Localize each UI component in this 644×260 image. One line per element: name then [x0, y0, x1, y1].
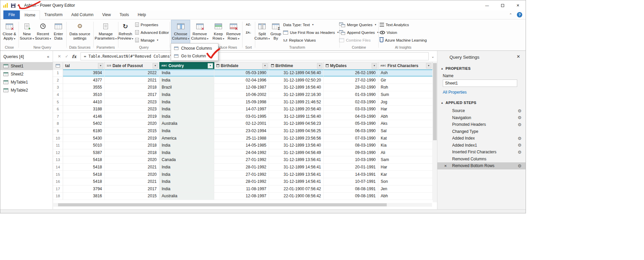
- table-cell[interactable]: Ash: [378, 69, 433, 77]
- table-cell[interactable]: 08-03-1990: [324, 142, 378, 149]
- column-header-mydates[interactable]: MyDates▾: [324, 62, 378, 69]
- query-item-sheet2[interactable]: Sheet2: [0, 70, 53, 78]
- table-cell[interactable]: 03-03-1990: [324, 106, 378, 113]
- new-source-button[interactable]: + New Source▾: [19, 20, 34, 45]
- table-cell[interactable]: 06-03-1990: [324, 127, 378, 135]
- table-cell[interactable]: 27-02-1990: [324, 77, 378, 84]
- table-cell[interactable]: 2020: [105, 156, 159, 164]
- table-cell[interactable]: Kar: [378, 171, 433, 178]
- row-number[interactable]: 1: [53, 69, 63, 77]
- table-cell[interactable]: 09-03-1990: [324, 149, 378, 157]
- filter-dropdown-icon[interactable]: ▾: [208, 63, 213, 68]
- table-cell[interactable]: 31-12-1899 11:56:40: [269, 113, 324, 120]
- close-and-apply-button[interactable]: ✕ Close & Apply▾: [2, 20, 17, 45]
- merge-queries-button[interactable]: Merge Queries▾: [337, 21, 378, 28]
- split-column-button[interactable]: Split Column▾: [254, 20, 270, 45]
- table-cell[interactable]: 22-01-1900 07:56:42: [269, 186, 324, 193]
- table-cell[interactable]: Har: [378, 106, 433, 113]
- gear-icon[interactable]: ⚙: [518, 122, 522, 127]
- table-cell[interactable]: 2015: [105, 127, 159, 135]
- table-cell[interactable]: 12-08-1997: [214, 193, 269, 200]
- combine-files-button[interactable]: Combine Files: [337, 37, 372, 44]
- table-cell[interactable]: India: [159, 91, 214, 99]
- remove-columns-button[interactable]: ✕ Remove Columns▾: [190, 20, 209, 45]
- table-cell[interactable]: 4377: [63, 77, 105, 84]
- row-number[interactable]: 18: [53, 193, 63, 200]
- table-cell[interactable]: 31-12-1899 04:56:40: [269, 69, 324, 77]
- table-cell[interactable]: 28-01-1992: [214, 164, 269, 171]
- table-cell[interactable]: India: [159, 149, 214, 157]
- table-cell[interactable]: India: [159, 164, 214, 171]
- table-cell[interactable]: 5387: [63, 149, 105, 157]
- close-window-button[interactable]: ✕: [510, 0, 526, 10]
- applied-step-promoted-headers[interactable]: Promoted Headers⚙: [437, 121, 526, 128]
- row-number[interactable]: 2: [53, 77, 63, 84]
- row-number[interactable]: 7: [53, 113, 63, 120]
- maximize-button[interactable]: [495, 0, 510, 10]
- table-cell[interactable]: Jen: [378, 186, 433, 193]
- tab-view[interactable]: View: [98, 10, 115, 19]
- table-cell[interactable]: 25-11-1988: [214, 135, 269, 142]
- table-cell[interactable]: 28-01-1992: [214, 178, 269, 186]
- table-cell[interactable]: 2022: [105, 69, 159, 77]
- tab-help[interactable]: Help: [133, 10, 150, 19]
- azure-machine-learning-button[interactable]: Azure Machine Learning: [378, 37, 429, 44]
- row-number[interactable]: 17: [53, 186, 63, 193]
- remove-rows-button[interactable]: ✕ Remove Rows▾: [226, 20, 241, 45]
- table-cell[interactable]: 14-03-1991: [324, 171, 378, 178]
- table-cell[interactable]: 31-12-1899 21:46:52: [269, 98, 324, 106]
- table-cell[interactable]: 31-12-1899 13:56:41: [269, 171, 324, 178]
- vertical-scrollbar[interactable]: [433, 62, 437, 202]
- table-cell[interactable]: India: [159, 178, 214, 186]
- table-cell[interactable]: 31-12-1899 20:56:40: [269, 106, 324, 113]
- applied-step-added-index1[interactable]: Added Index1⚙: [437, 142, 526, 149]
- table-cell[interactable]: 24-04-1992: [214, 149, 269, 157]
- menu-item-choose-columns[interactable]: Choose Columns: [171, 44, 218, 52]
- table-cell[interactable]: 31-12-1899 04:56:49: [269, 149, 324, 157]
- row-number[interactable]: 5: [53, 98, 63, 106]
- table-cell[interactable]: 3816: [63, 193, 105, 200]
- table-cell[interactable]: 02-04-1996: [214, 77, 269, 84]
- table-cell[interactable]: 5418: [63, 156, 105, 164]
- table-menu-button[interactable]: [53, 62, 63, 69]
- table-cell[interactable]: Canada: [159, 156, 214, 164]
- gear-icon[interactable]: ⚙: [518, 109, 522, 113]
- table-cell[interactable]: 5418: [63, 178, 105, 186]
- table-cell[interactable]: 02-03-1990: [324, 98, 378, 106]
- data-source-settings-button[interactable]: ⚙ Data source settings: [68, 20, 92, 45]
- table-cell[interactable]: Roh: [378, 84, 433, 91]
- table-cell[interactable]: Har: [378, 164, 433, 171]
- query-item-mytable1[interactable]: MyTable1: [0, 78, 53, 86]
- table-cell[interactable]: Kia: [378, 142, 433, 149]
- table-cell[interactable]: 31-12-1899 13:56:40: [269, 142, 324, 149]
- row-number[interactable]: 16: [53, 178, 63, 186]
- formula-input[interactable]: = Table.RemoveLastN(#"Removed Columns",3…: [80, 52, 429, 60]
- sort-descending-button[interactable]: ZA↓: [245, 29, 253, 36]
- table-cell[interactable]: Ali: [378, 149, 433, 157]
- applied-step-changed-type[interactable]: Changed Type: [437, 128, 526, 135]
- horizontal-scrollbar-thumb[interactable]: [58, 203, 387, 206]
- table-cell[interactable]: 4410: [63, 98, 105, 106]
- table-cell[interactable]: 04-03-1990: [324, 113, 378, 120]
- table-cell[interactable]: India: [159, 98, 214, 106]
- table-cell[interactable]: Australia: [159, 120, 214, 127]
- gear-icon[interactable]: ⚙: [518, 164, 522, 168]
- table-cell[interactable]: Sum: [378, 91, 433, 99]
- column-header-birthtime[interactable]: Birthtime▾: [269, 62, 324, 69]
- gear-icon[interactable]: ⚙: [518, 150, 522, 154]
- table-cell[interactable]: 5430: [63, 135, 105, 142]
- filter-dropdown-icon[interactable]: ▾: [372, 63, 377, 68]
- table-cell[interactable]: India: [159, 142, 214, 149]
- table-cell[interactable]: 12-08-1987: [214, 84, 269, 91]
- table-cell[interactable]: 05-03-1990: [214, 69, 269, 77]
- table-cell[interactable]: 3555: [63, 84, 105, 91]
- filter-dropdown-icon[interactable]: ▾: [98, 63, 103, 68]
- horizontal-scrollbar[interactable]: [53, 203, 432, 207]
- table-cell[interactable]: 10-07-1991: [324, 178, 378, 186]
- table-cell[interactable]: 5418: [63, 171, 105, 178]
- table-cell[interactable]: 31-12-1899 04:56:25: [269, 127, 324, 135]
- table-cell[interactable]: 22-01-1900 08:56:42: [269, 193, 324, 200]
- column-header-date-of-passout[interactable]: 123Date of Passout▾: [105, 62, 159, 69]
- table-cell[interactable]: India: [159, 186, 214, 193]
- table-cell[interactable]: 31-12-1899 02:50:20: [269, 77, 324, 84]
